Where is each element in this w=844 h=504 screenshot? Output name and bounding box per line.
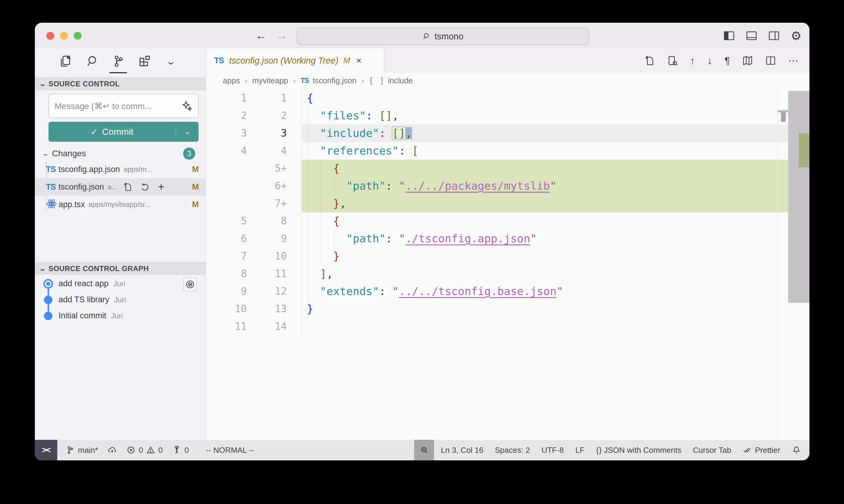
target-icon: [185, 279, 195, 290]
commit-graph-dot: [44, 295, 52, 304]
commit-button[interactable]: ✓ Commit ⌄: [49, 122, 199, 142]
branch-indicator[interactable]: main*: [66, 446, 98, 455]
code-line[interactable]: 11{: [206, 89, 788, 107]
typescript-icon: TS: [214, 56, 224, 65]
commit-row[interactable]: add TS libraryJuri: [35, 292, 206, 308]
publish-changes-button[interactable]: [108, 446, 117, 455]
breadcrumb-item-apps[interactable]: apps: [223, 76, 240, 85]
commit-row[interactable]: add react appJuri: [35, 276, 206, 292]
notifications-bell-icon[interactable]: [792, 446, 801, 455]
goto-current-history-item-button[interactable]: [183, 277, 197, 291]
ports-indicator[interactable]: 0: [172, 446, 189, 455]
zoom-in-icon: [419, 446, 429, 455]
source-control-view-icon[interactable]: [110, 53, 127, 70]
code-line[interactable]: 69 "path": "./tsconfig.app.json": [206, 230, 788, 248]
code-line[interactable]: 811 ],: [206, 265, 788, 283]
original-line-number: 2: [206, 107, 252, 125]
breadcrumb-item-tsconfig[interactable]: TS tsconfig.json: [300, 76, 357, 85]
settings-gear-icon[interactable]: ⚙: [791, 30, 802, 42]
minimap-text-mark: [781, 112, 786, 122]
code-line[interactable]: 44 "references": [: [206, 142, 788, 160]
changes-section-header[interactable]: ⌄ Changes 3: [35, 147, 206, 160]
code-line[interactable]: 710 }: [206, 248, 788, 265]
code-line[interactable]: 5+ {: [206, 160, 788, 177]
breadcrumb-item-myviteapp[interactable]: myviteapp: [252, 76, 288, 85]
code-line[interactable]: 7+ },: [206, 195, 788, 212]
original-line-number: [206, 195, 252, 212]
close-window-button[interactable]: [46, 32, 54, 40]
code-line[interactable]: 58 {: [206, 212, 788, 230]
toggle-panel-icon[interactable]: [746, 30, 757, 41]
source-control-graph-header[interactable]: ⌄ SOURCE CONTROL GRAPH: [35, 262, 206, 275]
discard-changes-icon[interactable]: [140, 182, 150, 192]
changed-file-row[interactable]: TStsconfig.jsona...+M: [35, 178, 206, 196]
minimize-window-button[interactable]: [60, 32, 68, 40]
scrollbar-thumb[interactable]: [788, 91, 809, 303]
open-file-icon[interactable]: [123, 182, 133, 192]
close-tab-icon[interactable]: ×: [356, 55, 362, 66]
search-view-icon[interactable]: [83, 53, 100, 70]
code-line[interactable]: 912 "extends": "../../tsconfig.base.json…: [206, 283, 788, 300]
changed-file-row[interactable]: app.tsxapps/myviteapp/sr...M: [35, 196, 206, 213]
more-actions-icon[interactable]: ⋯: [788, 55, 798, 66]
original-line-number: 9: [206, 283, 252, 300]
next-change-icon[interactable]: ↓: [707, 55, 712, 66]
indentation-indicator[interactable]: Spaces: 2: [495, 446, 530, 455]
extensions-view-icon[interactable]: [136, 53, 153, 70]
code-line[interactable]: 6+ "path": "../../packages/mytslib": [206, 177, 788, 195]
code-line[interactable]: 1114: [206, 318, 788, 335]
active-view-indicator: [109, 72, 127, 73]
breadcrumb-item-include[interactable]: [ ] include: [369, 76, 413, 85]
additional-views-icon[interactable]: ⌄: [162, 53, 179, 70]
toggle-secondary-sidebar-icon[interactable]: [768, 30, 780, 41]
language-mode-indicator[interactable]: { } JSON with Comments: [596, 446, 681, 455]
encoding-indicator[interactable]: UTF-8: [541, 446, 564, 455]
code-text: "include": [],: [302, 125, 788, 142]
formatter-indicator[interactable]: Prettier: [743, 446, 780, 455]
code-text: "references": [: [302, 142, 788, 160]
collapse-chevron-icon: ⌄: [39, 265, 46, 273]
code-line[interactable]: 1013}: [206, 300, 788, 318]
code-line[interactable]: 33 "include": [],: [206, 125, 788, 142]
code-line[interactable]: 22 "files": [],: [206, 107, 788, 125]
activity-bar: ⌄: [35, 49, 206, 75]
commit-row[interactable]: Initial commitJuri: [35, 308, 206, 324]
commit-message: add react app: [58, 279, 108, 288]
diff-editor: 11{22 "files": [],33 "include": [],44 "r…: [206, 88, 809, 440]
commit-dropdown-button[interactable]: ⌄: [176, 128, 199, 136]
source-control-section-header[interactable]: ⌄ SOURCE CONTROL: [35, 77, 206, 90]
eol-indicator[interactable]: LF: [575, 446, 585, 455]
zoom-window-button[interactable]: [74, 32, 82, 40]
tab-title: tsconfig.json (Working Tree): [229, 56, 338, 66]
whitespace-toggle-icon[interactable]: ¶: [725, 55, 730, 66]
problems-indicator[interactable]: 0 0: [126, 446, 162, 455]
explorer-icon[interactable]: [57, 53, 74, 70]
forward-icon[interactable]: →: [276, 29, 288, 42]
modified-line-number: 1: [252, 89, 291, 107]
modified-line-number: 11: [252, 265, 291, 283]
back-icon[interactable]: ←: [255, 29, 267, 42]
open-changes-icon[interactable]: [644, 55, 655, 66]
previous-change-icon[interactable]: ↑: [690, 55, 695, 66]
code-text: ],: [302, 265, 788, 283]
modified-line-number: 12: [252, 283, 291, 300]
split-editor-icon[interactable]: [765, 55, 776, 66]
gutter-divider: [291, 177, 302, 195]
sparkle-ai-icon[interactable]: [182, 101, 192, 111]
vim-mode-indicator[interactable]: -- NORMAL --: [206, 446, 254, 455]
review-diff-icon[interactable]: [667, 55, 678, 66]
remote-indicator[interactable]: ><: [35, 440, 57, 461]
command-center-search[interactable]: tsmono: [297, 28, 589, 45]
tab-tsconfig-working-tree[interactable]: TS tsconfig.json (Working Tree) M ×: [206, 49, 384, 73]
zoom-indicator[interactable]: [414, 440, 434, 461]
cursor-tab-indicator[interactable]: Cursor Tab: [693, 446, 731, 455]
map-outline-icon[interactable]: [742, 55, 753, 66]
commit-message-input[interactable]: Message (⌘↵ to comm...: [49, 94, 199, 118]
cursor-position-indicator[interactable]: Ln 3, Col 16: [441, 446, 483, 455]
changed-files-list: TStsconfig.app.jsonapps/m...MTStsconfig.…: [35, 161, 206, 213]
original-line-number: 5: [206, 212, 252, 230]
toggle-primary-sidebar-icon[interactable]: [723, 30, 735, 41]
changed-file-row[interactable]: TStsconfig.app.jsonapps/m...M: [35, 161, 206, 178]
status-bar: >< main* 0 0 0 --: [35, 440, 809, 461]
stage-changes-icon[interactable]: +: [158, 181, 164, 192]
